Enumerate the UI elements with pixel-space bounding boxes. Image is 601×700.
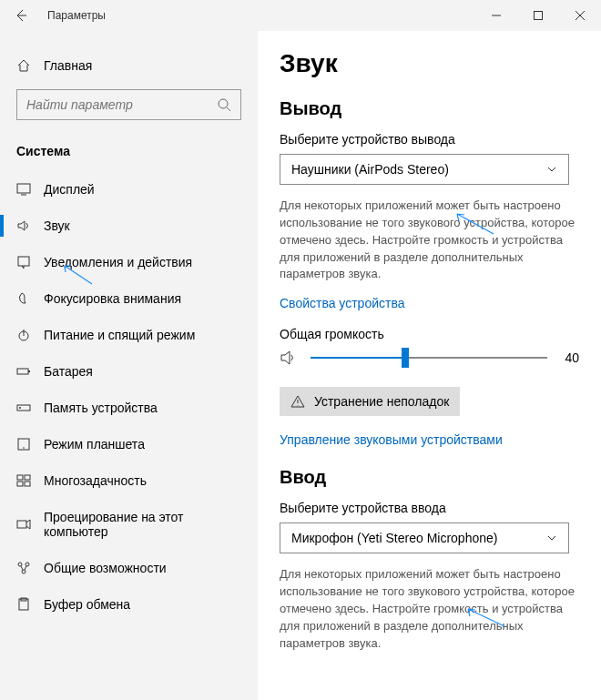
sidebar-item-storage[interactable]: Память устройства (0, 390, 258, 426)
svg-point-8 (19, 407, 21, 409)
volume-label: Общая громкость (280, 327, 579, 341)
close-icon (576, 11, 585, 20)
page-title: Звук (280, 49, 579, 78)
output-description: Для некоторых приложений может быть наст… (280, 198, 579, 283)
sidebar-item-battery[interactable]: Батарея (0, 353, 258, 390)
sidebar-item-label: Питание и спящий режим (44, 328, 195, 342)
svg-rect-11 (17, 475, 23, 480)
volume-value: 40 (565, 350, 579, 365)
sidebar-item-power[interactable]: Питание и спящий режим (0, 317, 258, 353)
svg-rect-0 (535, 12, 543, 20)
volume-row: 40 (280, 349, 579, 367)
output-device-dropdown[interactable]: Наушники (AirPods Stereo) (280, 154, 569, 185)
sidebar-item-project[interactable]: Проецирование на этот компьютер (0, 499, 258, 550)
input-section-title: Ввод (280, 467, 579, 488)
svg-point-17 (25, 563, 29, 566)
svg-rect-5 (17, 369, 28, 374)
home-label: Главная (44, 58, 92, 73)
search-box[interactable] (16, 89, 241, 120)
titlebar: Параметры (0, 0, 601, 31)
sidebar-item-label: Звук (44, 218, 70, 233)
multitask-icon (16, 473, 31, 488)
warning-icon (290, 394, 305, 409)
output-device-label: Выберите устройство вывода (280, 132, 579, 147)
sidebar-item-notifications[interactable]: Уведомления и действия (0, 244, 258, 280)
sidebar-item-label: Режим планшета (44, 437, 145, 451)
svg-point-10 (23, 447, 25, 449)
section-header: Система (0, 138, 258, 171)
svg-point-16 (18, 563, 22, 566)
project-icon (16, 517, 31, 532)
dropdown-value: Микрофон (Yeti Stereo Microphone) (291, 531, 546, 545)
sidebar-item-focus[interactable]: Фокусировка внимания (0, 280, 258, 317)
svg-rect-13 (17, 482, 23, 486)
clipboard-icon (16, 597, 31, 612)
sidebar-item-label: Общие возможности (44, 561, 167, 575)
focus-icon (16, 291, 31, 306)
svg-point-1 (219, 99, 228, 108)
output-section-title: Вывод (280, 98, 579, 119)
sidebar-item-display[interactable]: Дисплей (0, 171, 258, 208)
storage-icon (16, 401, 31, 415)
sidebar-item-label: Фокусировка внимания (44, 291, 181, 306)
svg-point-18 (22, 570, 25, 573)
sidebar-item-label: Уведомления и действия (44, 255, 192, 269)
troubleshoot-button[interactable]: Устранение неполадок (280, 387, 460, 416)
maximize-icon (534, 11, 543, 20)
search-input[interactable] (26, 97, 217, 112)
sidebar-item-label: Проецирование на этот компьютер (44, 510, 241, 539)
sidebar-item-label: Буфер обмена (44, 597, 130, 612)
sidebar-item-label: Память устройства (44, 401, 158, 415)
dropdown-value: Наушники (AirPods Stereo) (291, 162, 546, 177)
window-title: Параметры (47, 9, 106, 22)
svg-rect-3 (18, 257, 29, 266)
volume-slider[interactable] (311, 357, 547, 359)
chevron-down-icon (546, 533, 557, 543)
sidebar-item-label: Дисплей (44, 182, 95, 197)
minimize-button[interactable] (475, 0, 517, 31)
input-device-dropdown[interactable]: Микрофон (Yeti Stereo Microphone) (280, 522, 569, 553)
maximize-button[interactable] (517, 0, 559, 31)
home-link[interactable]: Главная (0, 51, 258, 89)
notifications-icon (16, 255, 31, 269)
battery-icon (16, 364, 31, 379)
home-icon (16, 58, 31, 73)
speaker-icon[interactable] (280, 349, 298, 367)
display-icon (16, 182, 31, 197)
sidebar-item-clipboard[interactable]: Буфер обмена (0, 586, 258, 623)
sidebar-item-tablet[interactable]: Режим планшета (0, 426, 258, 462)
troubleshoot-label: Устранение неполадок (314, 394, 449, 409)
chevron-down-icon (546, 164, 557, 175)
sidebar: Главная Система Дисплей Звук Уведомления… (0, 31, 258, 700)
svg-rect-12 (25, 475, 30, 480)
device-properties-link[interactable]: Свойства устройства (280, 296, 579, 310)
sidebar-item-label: Многозадачность (44, 473, 147, 488)
sidebar-item-multitask[interactable]: Многозадачность (0, 462, 258, 499)
arrow-left-icon (14, 8, 28, 23)
manage-devices-link[interactable]: Управление звуковыми устройствами (280, 432, 579, 447)
power-icon (16, 328, 31, 342)
close-button[interactable] (559, 0, 601, 31)
input-device-label: Выберите устройства ввода (280, 501, 579, 515)
input-description: Для некоторых приложений может быть наст… (280, 566, 579, 652)
sidebar-item-shared[interactable]: Общие возможности (0, 550, 258, 586)
search-icon (217, 97, 231, 112)
back-button[interactable] (0, 0, 42, 31)
main-content: Звук Вывод Выберите устройство вывода На… (258, 31, 601, 700)
svg-rect-15 (17, 521, 26, 528)
svg-rect-6 (28, 370, 30, 372)
shared-icon (16, 561, 31, 575)
svg-rect-2 (17, 184, 30, 193)
svg-rect-14 (25, 482, 30, 486)
minimize-icon (492, 11, 501, 20)
sidebar-item-label: Батарея (44, 364, 93, 379)
sound-icon (16, 218, 31, 233)
sidebar-item-sound[interactable]: Звук (0, 208, 258, 244)
tablet-icon (16, 437, 31, 451)
